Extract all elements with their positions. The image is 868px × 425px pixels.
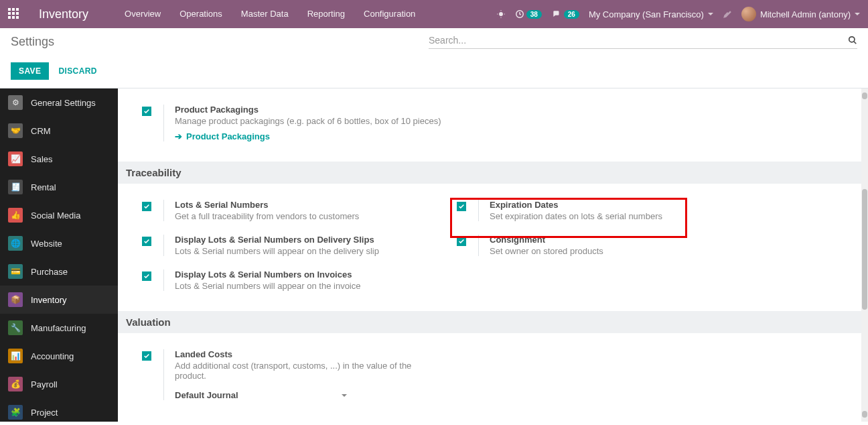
content-scroll[interactable]: Product Packagings Manage product packag…: [118, 88, 868, 422]
control-panel: Settings: [0, 28, 868, 49]
setting-product-packagings: Product Packagings Manage product packag…: [142, 98, 857, 148]
checkbox-lots-delivery-slips[interactable]: [142, 237, 151, 246]
sidebar-item-label: Project: [31, 408, 58, 418]
sidebar-item-label: Social Media: [31, 210, 80, 221]
sidebar-item-purchase[interactable]: 💳Purchase: [0, 257, 118, 286]
sidebar-item-label: Rental: [31, 182, 56, 192]
menu-overview[interactable]: Overview: [115, 0, 170, 28]
setting-desc: Get a full traceability from vendors to …: [175, 211, 457, 221]
sidebar-item-label: Manufacturing: [31, 323, 86, 333]
setting-title: Product Packagings: [175, 105, 857, 115]
activity-badge: 38: [526, 10, 542, 19]
setting-title: Landed Costs: [175, 349, 418, 359]
sidebar-item-label: Website: [31, 239, 62, 249]
sidebar-item-label: Purchase: [31, 267, 68, 277]
sidebar-item-rental[interactable]: 🧾Rental: [0, 173, 118, 201]
company-name: My Company (San Francisco): [589, 9, 704, 19]
setting-desc: Set owner on stored products: [490, 246, 857, 256]
sidebar-item-project[interactable]: 🧩Project: [0, 398, 118, 422]
discuss-icon[interactable]: 26: [551, 9, 579, 19]
sidebar-item-label: Payroll: [31, 379, 58, 389]
default-journal-label: Default Journal: [175, 390, 238, 400]
sidebar-item-social-media[interactable]: 👍Social Media: [0, 201, 118, 229]
checkbox-expiration-dates[interactable]: [457, 202, 466, 211]
setting-landed-costs: Landed Costs Add additional cost (transp…: [142, 343, 857, 407]
settings-sidebar: ⚙General Settings 🤝CRM 📈Sales 🧾Rental 👍S…: [0, 88, 118, 422]
svg-point-0: [499, 12, 503, 16]
chevron-down-icon: [855, 13, 860, 15]
search-icon[interactable]: [848, 36, 857, 45]
nav-right: 38 26 My Company (San Francisco) Mitchel…: [496, 7, 860, 21]
setting-desc: Lots & Serial numbers will appear on the…: [175, 246, 457, 256]
menu-master-data[interactable]: Master Data: [232, 0, 298, 28]
user-name: Mitchell Admin (antony): [760, 9, 851, 19]
discuss-badge: 26: [564, 10, 579, 19]
setting-title: Consignment: [490, 235, 857, 245]
setting-lots-serial: Lots & Serial Numbers Get a full traceab…: [142, 193, 457, 228]
svg-point-2: [849, 37, 855, 42]
scrollbar-thumb[interactable]: [862, 189, 867, 310]
sidebar-item-crm[interactable]: 🤝CRM: [0, 117, 118, 145]
setting-consignment: Consignment Set owner on stored products: [457, 228, 857, 263]
sidebar-item-general-settings[interactable]: ⚙General Settings: [0, 88, 118, 117]
chevron-down-icon: [342, 394, 347, 397]
debug-icon[interactable]: [496, 9, 506, 19]
setting-desc: Set expiration dates on lots & serial nu…: [490, 211, 857, 221]
settings-content: Product Packagings Manage product packag…: [118, 98, 868, 422]
user-menu[interactable]: Mitchell Admin (antony): [741, 7, 860, 21]
sidebar-item-sales[interactable]: 📈Sales: [0, 145, 118, 173]
checkbox-lots-invoices[interactable]: [142, 271, 151, 281]
apps-icon[interactable]: [8, 8, 20, 20]
link-product-packagings[interactable]: ➔ Product Packagings: [175, 131, 857, 141]
setting-desc: Lots & Serial numbers will appear on the…: [175, 281, 457, 291]
section-traceability: Traceability: [118, 162, 868, 184]
setting-title: Lots & Serial Numbers: [175, 200, 457, 210]
save-button[interactable]: SAVE: [11, 62, 49, 80]
button-row: SAVE DISCARD: [0, 49, 868, 88]
body-split: ⚙General Settings 🤝CRM 📈Sales 🧾Rental 👍S…: [0, 88, 868, 422]
scrollbar-track[interactable]: [861, 88, 868, 422]
link-label: Product Packagings: [186, 131, 270, 141]
discard-button[interactable]: DISCARD: [58, 66, 96, 76]
company-selector[interactable]: My Company (San Francisco): [589, 9, 713, 19]
setting-title: Display Lots & Serial Numbers on Deliver…: [175, 235, 457, 245]
menu-reporting[interactable]: Reporting: [298, 0, 354, 28]
setting-desc: Add additional cost (transport, customs,…: [175, 361, 418, 381]
sidebar-item-label: General Settings: [31, 98, 96, 108]
sidebar-item-label: CRM: [31, 126, 51, 136]
app-brand[interactable]: Inventory: [39, 7, 88, 21]
chevron-down-icon: [708, 13, 713, 15]
top-navbar: Inventory Overview Operations Master Dat…: [0, 0, 868, 28]
menu-operations[interactable]: Operations: [170, 0, 232, 28]
section-valuation: Valuation: [118, 311, 868, 333]
checkbox-landed-costs[interactable]: [142, 351, 151, 361]
main-menu: Overview Operations Master Data Reportin…: [115, 0, 425, 28]
checkbox-consignment[interactable]: [457, 237, 466, 246]
sidebar-item-payroll[interactable]: 💰Payroll: [0, 370, 118, 398]
traceability-grid: Lots & Serial Numbers Get a full traceab…: [142, 193, 857, 298]
sidebar-item-label: Inventory: [31, 295, 66, 305]
sidebar-item-inventory[interactable]: 📦Inventory: [0, 286, 118, 314]
sidebar-item-label: Accounting: [31, 351, 74, 361]
checkbox-product-packagings[interactable]: [142, 107, 151, 116]
dev-tools-icon[interactable]: [723, 9, 732, 19]
menu-configuration[interactable]: Configuration: [354, 0, 425, 28]
sidebar-item-label: Sales: [31, 154, 53, 164]
setting-expiration-dates: Expiration Dates Set expiration dates on…: [457, 193, 857, 228]
page-title: Settings: [11, 35, 54, 49]
search-bar: [429, 35, 857, 49]
scroll-arrow-up-icon[interactable]: [862, 93, 867, 99]
setting-lots-delivery-slips: Display Lots & Serial Numbers on Deliver…: [142, 228, 457, 263]
sidebar-item-accounting[interactable]: 📊Accounting: [0, 342, 118, 370]
avatar: [741, 7, 756, 21]
setting-title: Expiration Dates: [490, 200, 857, 210]
setting-desc: Manage product packagings (e.g. pack of …: [175, 116, 857, 126]
sidebar-item-website[interactable]: 🌐Website: [0, 229, 118, 257]
setting-lots-invoices: Display Lots & Serial Numbers on Invoice…: [142, 263, 457, 298]
scroll-arrow-down-icon[interactable]: [862, 411, 867, 418]
default-journal-select[interactable]: [338, 394, 347, 397]
search-input[interactable]: [429, 35, 848, 46]
sidebar-item-manufacturing[interactable]: 🔧Manufacturing: [0, 314, 118, 342]
checkbox-lots-serial[interactable]: [142, 202, 151, 211]
activity-icon[interactable]: 38: [515, 9, 542, 19]
